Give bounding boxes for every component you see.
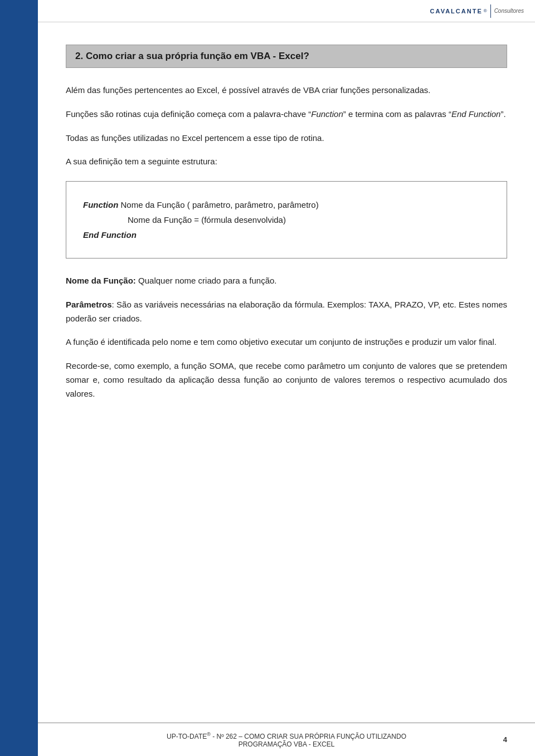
footer-line2: - Nº 262 – COMO CRIAR SUA PRÓPRIA FUNÇÃO… (211, 733, 406, 740)
paragraph-2: Funções são rotinas cuja definição começ… (66, 108, 507, 121)
footer-text: UP-TO-DATE® - Nº 262 – COMO CRIAR SUA PR… (82, 731, 490, 748)
code-kw-end-function: End Function (83, 230, 137, 240)
footer-page-number: 4 (490, 735, 507, 744)
logo-area: CAVALCANTE ® Consultores (430, 4, 524, 18)
paragraph-2-after: ”. (500, 109, 505, 119)
page-header: CAVALCANTE ® Consultores (38, 0, 535, 22)
paragraph-2-mid: ” e termina com as palavras “ (343, 109, 451, 119)
paragraph-3-text: Todas as funções utilizadas no Excel per… (66, 133, 324, 143)
paragraph-2-kw2: End Function (451, 109, 500, 119)
paragraph-5-text: Qualquer nome criado para a função. (136, 276, 277, 285)
left-sidebar-bar (0, 0, 38, 756)
paragraph-1: Além das funções pertencentes ao Excel, … (66, 84, 507, 97)
code-line-2: Nome da Função = (fórmula desenvolvida) (83, 212, 490, 227)
paragraph-1-text: Além das funções pertencentes ao Excel, … (66, 85, 431, 95)
logo-reg: ® (484, 8, 487, 13)
footer-line3: PROGRAMAÇÃO VBA - EXCEL (239, 740, 335, 748)
paragraph-7-text: A função é identificada pelo nome e tem … (66, 337, 497, 347)
paragraph-4: A sua definição tem a seguinte estrutura… (66, 155, 507, 169)
footer-reg: ® (207, 731, 211, 737)
footer-line1: UP-TO-DATE (167, 733, 207, 740)
page-footer: UP-TO-DATE® - Nº 262 – COMO CRIAR SUA PR… (38, 723, 535, 756)
code-kw-function: Function (83, 200, 118, 209)
paragraph-6-label: Parâmetros (66, 300, 112, 309)
paragraph-8: Recorde-se, como exemplo, a função SOMA,… (66, 359, 507, 401)
paragraph-6: Parâmetros: São as variáveis necessárias… (66, 298, 507, 326)
paragraph-5-label: Nome da Função: (66, 276, 136, 285)
paragraph-4-text: A sua definição tem a seguinte estrutura… (66, 157, 217, 166)
paragraph-2-kw1: Function (311, 109, 343, 119)
code-line-2-text: Nome da Função = (fórmula desenvolvida) (128, 215, 286, 225)
paragraph-5: Nome da Função: Qualquer nome criado par… (66, 274, 507, 288)
code-box: Function Nome da Função ( parâmetro, par… (66, 181, 507, 258)
paragraph-2-before: Funções são rotinas cuja definição começ… (66, 109, 311, 119)
paragraph-7: A função é identificada pelo nome e tem … (66, 335, 507, 349)
section-title: 2. Como criar a sua própria função em VB… (75, 51, 309, 61)
paragraph-8-text: Recorde-se, como exemplo, a função SOMA,… (66, 361, 507, 398)
code-line-3: End Function (83, 227, 490, 242)
section-title-box: 2. Como criar a sua própria função em VB… (66, 45, 507, 68)
paragraph-6-text: : São as variáveis necessárias na elabor… (112, 300, 325, 309)
code-line-1-rest: Nome da Função ( parâmetro, parâmetro, p… (118, 200, 318, 209)
main-content: 2. Como criar a sua própria função em VB… (38, 22, 535, 723)
logo-name: CAVALCANTE (430, 8, 483, 14)
logo-divider (490, 4, 491, 18)
code-line-1: Function Nome da Função ( parâmetro, par… (83, 197, 490, 212)
paragraph-3: Todas as funções utilizadas no Excel per… (66, 131, 507, 145)
logo-consultores: Consultores (494, 8, 524, 14)
